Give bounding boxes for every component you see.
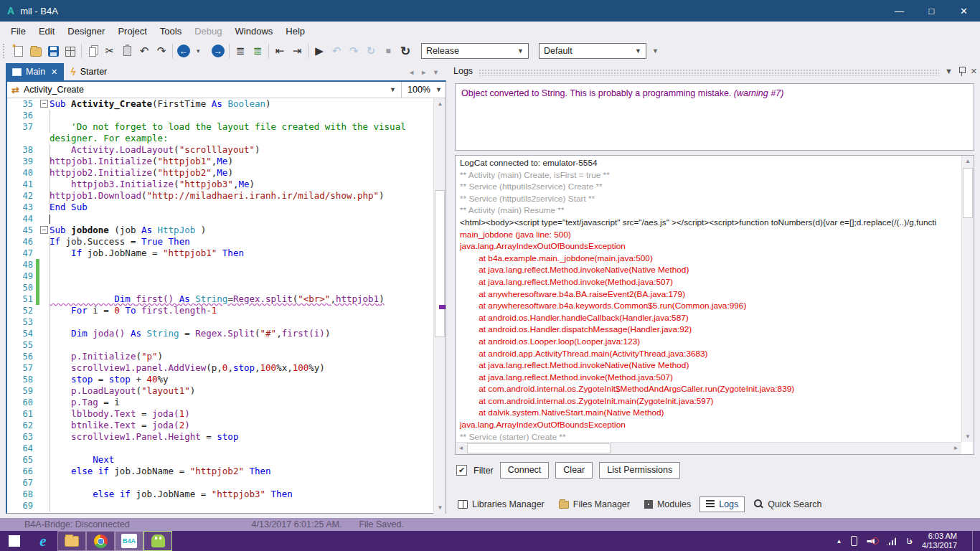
code-line-53[interactable]: 53: [7, 316, 446, 328]
list-permissions-button[interactable]: List Permissions: [599, 462, 680, 479]
close-tab-icon[interactable]: ✕: [51, 67, 57, 77]
sub-selector-dropdown[interactable]: ⇄ Activity_Create ▼: [7, 82, 401, 98]
indent-icon[interactable]: ⇥: [288, 42, 306, 60]
stop-icon[interactable]: ■: [380, 42, 397, 60]
show-hidden-icons-icon[interactable]: ▲: [837, 538, 842, 545]
comment-icon[interactable]: ≣: [232, 42, 249, 60]
code-line-49[interactable]: 49: [7, 270, 446, 282]
show-desktop-button[interactable]: [972, 531, 976, 551]
navigate-back-icon[interactable]: ←: [175, 42, 192, 60]
code-line-64[interactable]: 64: [7, 443, 446, 454]
code-line-61[interactable]: 61 lblbody.Text = joda(1): [7, 408, 446, 420]
tool-tab-logs[interactable]: Logs: [699, 496, 745, 512]
minimize-button[interactable]: —: [883, 0, 915, 22]
close-panel-icon[interactable]: ✕: [971, 67, 977, 76]
scrollbar-thumb[interactable]: [435, 190, 445, 337]
menu-item-tools[interactable]: Tools: [154, 23, 188, 39]
code-line-35[interactable]: 35−Sub Activity_Create(FirstTime As Bool…: [7, 98, 446, 110]
cut-icon[interactable]: ✂: [101, 42, 118, 60]
tool-tab-modules[interactable]: Modules: [639, 497, 697, 512]
pin-icon[interactable]: [958, 67, 965, 76]
network-signal-icon[interactable]: [886, 537, 897, 545]
code-line-63[interactable]: 63 scrollview1.Panel.Height = stop: [7, 431, 446, 443]
uncomment-icon[interactable]: ≣: [249, 42, 266, 60]
editor-vertical-scrollbar[interactable]: ▲ ▼: [433, 98, 446, 514]
code-line-38[interactable]: 38 Activity.LoadLayout("scrolllayout"): [7, 144, 446, 156]
connect-button[interactable]: Connect: [500, 462, 550, 479]
code-line-67[interactable]: 67: [7, 477, 446, 489]
menu-item-help[interactable]: Help: [279, 23, 311, 39]
code-line-59[interactable]: 59 p.LoadLayout("layout1"): [7, 385, 446, 397]
scrollbar-thumb[interactable]: [467, 443, 611, 453]
outdent-icon[interactable]: ⇤: [271, 42, 288, 60]
volume-muted-icon[interactable]: [867, 537, 877, 545]
maximize-button[interactable]: □: [915, 0, 948, 22]
scroll-tabs-right-icon[interactable]: ►: [420, 69, 427, 76]
ui-configuration-select[interactable]: Default ▼: [539, 43, 646, 59]
menu-item-project[interactable]: Project: [111, 23, 153, 39]
tool-tab-files-manager[interactable]: Files Manager: [553, 497, 636, 512]
window-position-icon[interactable]: ▼: [945, 67, 953, 75]
code-line-40[interactable]: 40httpjob2.Initialize("httpjob2",Me): [7, 167, 446, 179]
code-line-39[interactable]: 39httpjob1.Initialize("httpjob1",Me): [7, 156, 446, 167]
tool-tab-quick-search[interactable]: Quick Search: [748, 497, 827, 512]
code-line-50[interactable]: 50: [7, 282, 446, 293]
scroll-tabs-left-icon[interactable]: ◄: [408, 69, 415, 76]
collapse-region-icon[interactable]: −: [40, 100, 48, 108]
code-line-wrap[interactable]: designer. For example:: [7, 133, 446, 144]
code-editor[interactable]: 35−Sub Activity_Create(FirstTime As Bool…: [7, 98, 446, 514]
close-button[interactable]: ✕: [948, 0, 980, 22]
code-line-47[interactable]: 47 If job.JobName = "httpjob1" Then: [7, 248, 446, 259]
scroll-right-icon[interactable]: ►: [951, 443, 961, 454]
menu-item-edit[interactable]: Edit: [32, 23, 61, 39]
clock[interactable]: 6:03 AM 4/13/2017: [922, 532, 963, 550]
code-line-46[interactable]: 46If job.Success = True Then: [7, 236, 446, 248]
code-line-44[interactable]: 44: [7, 213, 446, 225]
scrollbar-thumb[interactable]: [963, 168, 973, 218]
code-line-65[interactable]: 65 Next: [7, 454, 446, 466]
code-line-51[interactable]: 51 Dim first() As String=Regex.split("<b…: [7, 293, 446, 305]
code-line-37[interactable]: 37 'Do not forget to load the layout fil…: [7, 121, 446, 133]
restart-icon[interactable]: ↻: [397, 42, 414, 60]
scroll-up-icon[interactable]: ▲: [434, 98, 446, 110]
scroll-down-icon[interactable]: ▼: [962, 431, 974, 442]
open-project-icon[interactable]: [27, 42, 44, 60]
code-line-58[interactable]: 58 stop = stop + 40%y: [7, 374, 446, 385]
run-icon[interactable]: ▶: [311, 42, 328, 60]
code-line-69[interactable]: 69: [7, 500, 446, 512]
taskbar-item-chrome[interactable]: [86, 531, 115, 551]
error-marker[interactable]: [439, 305, 446, 309]
code-line-45[interactable]: 45−Sub jobdone (job As HttpJob ): [7, 225, 446, 236]
paste-icon[interactable]: [118, 42, 136, 60]
scroll-up-icon[interactable]: ▲: [962, 156, 974, 166]
tool-tab-libraries-manager[interactable]: Libraries Manager: [452, 497, 550, 512]
step-over-icon[interactable]: ↷: [345, 42, 362, 60]
menu-item-file[interactable]: File: [4, 23, 32, 39]
menu-item-windows[interactable]: Windows: [229, 23, 280, 39]
tab-list-dropdown-icon[interactable]: ▼: [433, 69, 439, 76]
save-icon[interactable]: [44, 42, 62, 60]
copy-icon[interactable]: [84, 42, 101, 60]
code-line-68[interactable]: 68 else if job.JobName = "httpjob3" Then: [7, 489, 446, 500]
code-line-42[interactable]: 42httpjob1.Download("http://miladhaeri.i…: [7, 190, 446, 202]
start-button[interactable]: [0, 531, 29, 551]
step-into-icon[interactable]: ↶: [328, 42, 345, 60]
phone-status-icon[interactable]: [851, 536, 857, 546]
code-line-60[interactable]: 60 p.Tag = i: [7, 397, 446, 408]
tab-main[interactable]: Main ✕: [6, 63, 64, 80]
code-line-62[interactable]: 62 btnlike.Text = joda(2): [7, 420, 446, 431]
collapse-region-icon[interactable]: −: [40, 226, 48, 234]
editor-zoom-dropdown[interactable]: 100% ▼: [401, 82, 446, 98]
step-out-icon[interactable]: ↻: [362, 42, 380, 60]
code-line-43[interactable]: 43End Sub: [7, 202, 446, 213]
code-line-41[interactable]: 41 httpjob3.Initialize("httpjob3",Me): [7, 179, 446, 190]
toolbar-overflow-icon[interactable]: ▼: [652, 47, 659, 55]
code-line-56[interactable]: 56 p.Initialize("p"): [7, 351, 446, 362]
logcat-vertical-scrollbar[interactable]: ▲ ▼: [961, 156, 974, 442]
scroll-left-icon[interactable]: ◄: [456, 443, 466, 454]
code-line-48[interactable]: 48: [7, 259, 446, 270]
logcat-horizontal-scrollbar[interactable]: ◄ ►: [456, 442, 961, 454]
language-indicator[interactable]: فا: [906, 537, 913, 546]
code-line-54[interactable]: 54 Dim joda() As String = Regex.Split("#…: [7, 328, 446, 339]
navigate-forward-icon[interactable]: →: [209, 42, 227, 60]
